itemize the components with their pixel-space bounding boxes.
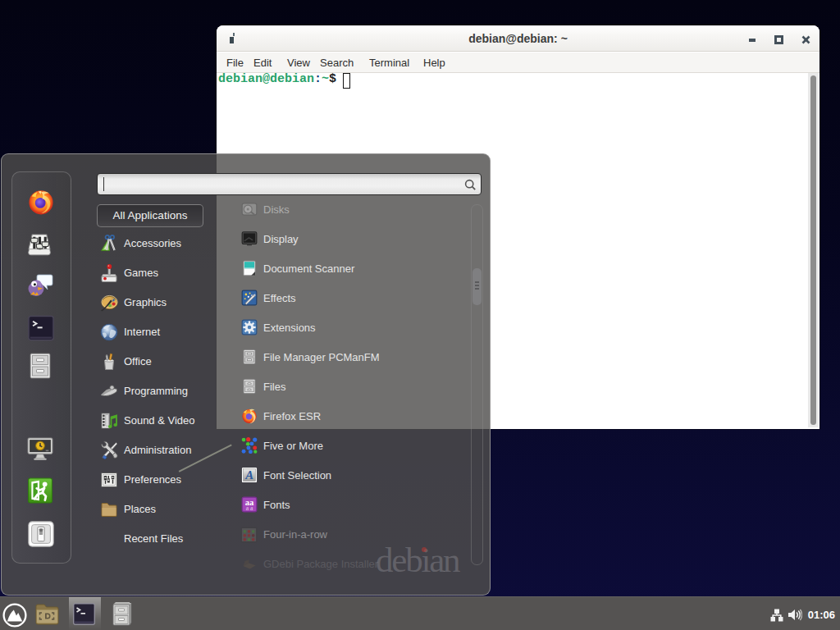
svg-text:A: A: [244, 468, 253, 482]
svg-text:a a: a a: [246, 504, 253, 512]
